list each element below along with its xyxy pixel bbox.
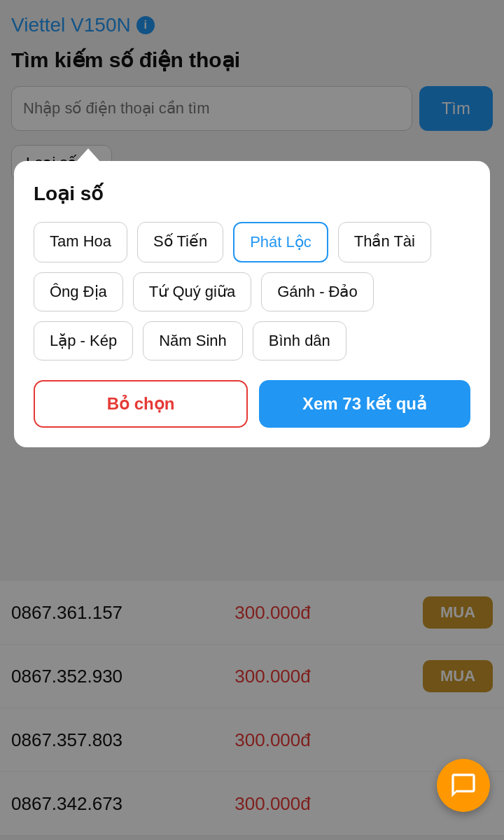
- filter-modal: Loại số Tam Hoa Số Tiến Phát Lộc Thần Tà…: [14, 161, 490, 447]
- view-results-button[interactable]: Xem 73 kết quả: [259, 380, 470, 428]
- option-ganh-dao[interactable]: Gánh - Đảo: [261, 272, 374, 312]
- modal-title: Loại số: [34, 182, 470, 205]
- modal-overlay: Loại số Tam Hoa Số Tiến Phát Lộc Thần Tà…: [0, 0, 504, 840]
- options-grid: Tam Hoa Số Tiến Phát Lộc Thần Tài Ông Đị…: [34, 222, 470, 360]
- option-binh-dan[interactable]: Bình dân: [253, 321, 346, 360]
- option-phat-loc[interactable]: Phát Lộc: [233, 222, 328, 262]
- deselect-button[interactable]: Bỏ chọn: [34, 380, 248, 428]
- modal-actions: Bỏ chọn Xem 73 kết quả: [34, 380, 470, 428]
- option-than-tai[interactable]: Thần Tài: [338, 222, 431, 262]
- option-lap-kep[interactable]: Lặp - Kép: [34, 321, 133, 360]
- option-so-tien[interactable]: Số Tiến: [137, 222, 223, 262]
- option-nam-sinh[interactable]: Năm Sinh: [143, 321, 243, 360]
- chat-fab[interactable]: [437, 759, 490, 812]
- option-tam-hoa[interactable]: Tam Hoa: [34, 222, 127, 262]
- option-tu-quy-giua[interactable]: Tứ Quý giữa: [133, 272, 251, 312]
- chat-icon: [449, 771, 477, 799]
- option-ong-dia[interactable]: Ông Địa: [34, 272, 123, 312]
